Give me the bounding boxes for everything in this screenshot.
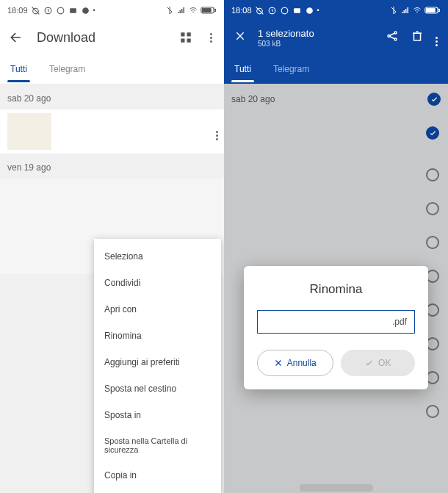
svg-rect-4 [70, 8, 76, 13]
share-button[interactable] [386, 29, 399, 46]
menu-backup-drive[interactable]: Backup su Google Drive [94, 489, 221, 493]
menu-condividi[interactable]: Condividi [94, 270, 221, 296]
delete-button[interactable] [411, 29, 424, 46]
svg-rect-20 [438, 9, 440, 11]
context-menu: Seleziona Condividi Apri con Rinomina Ag… [94, 239, 221, 493]
svg-rect-17 [294, 8, 300, 13]
svg-rect-9 [181, 32, 184, 36]
file-list[interactable]: sab 20 ago ven 19 ago Seleziona Condivid… [0, 84, 224, 493]
wifi-icon [189, 6, 198, 15]
wifi-icon [413, 6, 422, 15]
svg-rect-12 [187, 39, 191, 43]
alarm-off-icon [31, 6, 40, 15]
clock-icon [43, 6, 53, 15]
bluetooth-icon [389, 6, 398, 15]
svg-point-18 [306, 7, 313, 14]
menu-preferiti[interactable]: Aggiungi ai preferiti [94, 349, 221, 375]
close-icon [274, 359, 283, 367]
alarm-off-icon [255, 6, 264, 15]
more-button[interactable] [206, 30, 215, 45]
ok-button[interactable]: OK [341, 350, 416, 376]
svg-rect-25 [414, 33, 421, 40]
facebook-icon [81, 6, 90, 15]
selection-size: 503 kB [258, 40, 374, 48]
statusbar-right: 18:08 • [224, 0, 448, 21]
menu-cartella-sicurezza[interactable]: Sposta nella Cartella di sicurezza [94, 428, 221, 462]
check-icon [364, 359, 374, 368]
selection-header: 1 selezionato 503 kB [224, 21, 448, 54]
tabs-left: Tutti Telegram [0, 54, 224, 84]
page-title: Download [37, 30, 165, 46]
menu-cestino[interactable]: Sposta nel cestino [94, 375, 221, 402]
tab-tutti[interactable]: Tutti [7, 57, 30, 82]
rename-input[interactable] [257, 310, 415, 334]
svg-rect-11 [181, 39, 184, 43]
file-thumbnail [7, 113, 51, 150]
back-button[interactable] [9, 30, 24, 45]
battery-icon [424, 6, 441, 15]
battery-icon [200, 6, 217, 15]
left-screenshot: 18:09 • Download Tutti Telegram [0, 0, 224, 493]
file-more-button[interactable] [216, 123, 218, 140]
whatsapp-icon [56, 6, 65, 15]
close-selection-button[interactable] [234, 30, 246, 45]
menu-copia-in[interactable]: Copia in [94, 462, 221, 489]
svg-point-22 [388, 35, 390, 37]
svg-rect-21 [426, 9, 435, 12]
statusbar-time: 18:08 [231, 6, 252, 15]
svg-rect-7 [214, 9, 216, 11]
tab-tutti[interactable]: Tutti [231, 57, 254, 82]
signal-icon [401, 6, 410, 15]
svg-point-5 [82, 7, 89, 14]
tab-extra[interactable] [104, 62, 110, 76]
statusbar-left: 18:09 • [0, 0, 224, 21]
facebook-icon [305, 6, 314, 15]
menu-rinomina[interactable]: Rinomina [94, 323, 221, 349]
dialog-title: Rinomina [257, 282, 415, 297]
file-row[interactable] [0, 109, 224, 154]
svg-rect-10 [187, 32, 191, 36]
tab-telegram[interactable]: Telegram [270, 57, 312, 82]
tab-telegram[interactable]: Telegram [46, 57, 88, 82]
message-icon [292, 6, 302, 15]
more-button[interactable] [436, 29, 438, 46]
menu-sposta-in[interactable]: Sposta in [94, 402, 221, 428]
svg-point-23 [394, 32, 397, 34]
whatsapp-icon [280, 6, 289, 15]
tabs-right: Tutti Telegram [224, 54, 448, 84]
svg-point-16 [281, 7, 288, 14]
cancel-button[interactable]: Annulla [257, 350, 333, 376]
file-list-right: sab 20 ago Rinomina Annulla [224, 84, 448, 493]
clock-icon [267, 6, 277, 15]
svg-rect-8 [202, 9, 211, 12]
selection-count: 1 selezionato [258, 28, 374, 39]
svg-point-24 [394, 38, 397, 40]
date-header-1: sab 20 ago [0, 84, 224, 109]
svg-point-3 [57, 7, 64, 14]
statusbar-time: 18:09 [7, 6, 28, 15]
grid-view-button[interactable] [178, 30, 193, 45]
date-header-2: ven 19 ago [0, 154, 224, 179]
bluetooth-icon [165, 6, 174, 15]
right-screenshot: 18:08 • 1 selezionato 503 kB [224, 0, 448, 493]
menu-seleziona[interactable]: Seleziona [94, 243, 221, 270]
menu-apri-con[interactable]: Apri con [94, 296, 221, 323]
header-left: Download [0, 21, 224, 54]
message-icon [68, 6, 78, 15]
rename-dialog: Rinomina Annulla OK [244, 266, 428, 389]
signal-icon [177, 6, 186, 15]
